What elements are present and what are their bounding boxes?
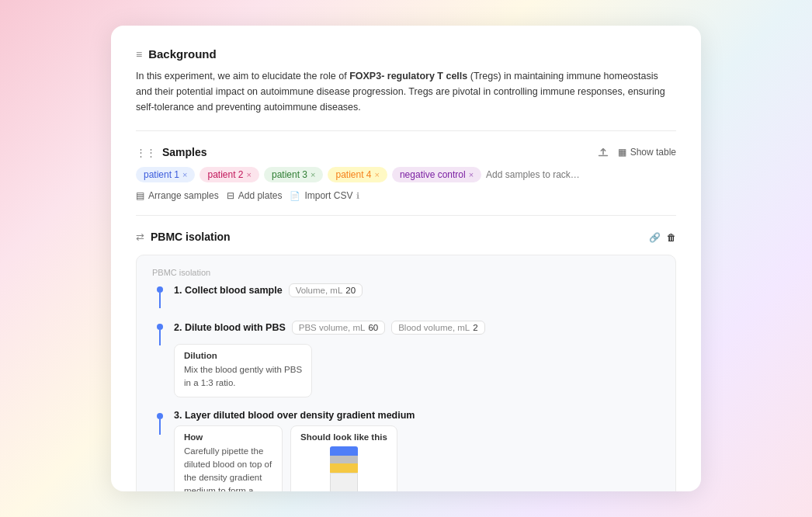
samples-icon (136, 147, 156, 158)
step-2-content: 2. Dilute blood with PBS PBS volume, mL … (174, 321, 660, 397)
step-2-param-blood-value: 2 (473, 323, 477, 332)
tag-negative-control-remove[interactable]: × (469, 170, 474, 179)
background-text-bold: FOXP3- regulatory T cells (349, 71, 467, 82)
step-2-dot (157, 324, 163, 330)
add-plates-button[interactable]: Add plates (227, 190, 283, 201)
step-2-connector (159, 330, 161, 345)
step-3-title: 3. Layer diluted blood over density grad… (174, 410, 660, 421)
background-icon (136, 48, 142, 61)
step-1-line (152, 283, 168, 308)
step-3-dot (157, 413, 163, 419)
background-text-pre: In this experiment, we aim to elucidate … (136, 71, 349, 82)
should-look-title: Should look like this (300, 432, 387, 442)
how-title: How (184, 432, 272, 442)
step-2-param-blood[interactable]: Blood volume, mL 2 (391, 321, 484, 335)
tag-patient1[interactable]: patient 1 × (136, 167, 195, 182)
step-3-connector (159, 419, 161, 435)
how-body: Carefully pipette the diluted blood on t… (184, 445, 272, 492)
main-card: Background In this experiment, we aim to… (111, 26, 701, 491)
step-2-title-text: 2. Dilute blood with PBS (174, 322, 286, 333)
step-2-note-title: Dilution (184, 351, 302, 360)
how-card: How Carefully pipette the diluted blood … (174, 425, 283, 492)
background-body: In this experiment, we aim to elucidate … (136, 68, 676, 115)
step-3: 3. Layer diluted blood over density grad… (152, 410, 660, 492)
samples-left: Samples (136, 146, 207, 158)
step-3-title-text: 3. Layer diluted blood over density grad… (174, 410, 415, 421)
step-3-line (152, 410, 168, 435)
tag-patient3-remove[interactable]: × (311, 170, 315, 179)
step-2-param-pbs-value: 60 (368, 323, 378, 332)
step-2-param-blood-label: Blood volume, mL (398, 323, 470, 332)
tag-patient2-label: patient 2 (207, 169, 243, 180)
step-2: 2. Dilute blood with PBS PBS volume, mL … (152, 321, 660, 410)
tag-patient3-label: patient 3 (272, 169, 307, 180)
step-1-param-volume-label: Volume, mL (296, 286, 343, 295)
show-table-button[interactable]: Show table (618, 147, 676, 158)
tags-row: patient 1 × patient 2 × patient 3 × pati… (136, 167, 676, 182)
tag-patient1-remove[interactable]: × (182, 170, 187, 179)
step-2-line (152, 321, 168, 345)
trash-icon[interactable] (667, 230, 676, 244)
tube-layer-gray (330, 456, 358, 463)
background-section-header: Background (136, 47, 676, 61)
background-title: Background (148, 47, 217, 61)
actions-row: Arrange samples Add plates Import CSV (136, 190, 676, 201)
step-2-note: Dilution Mix the blood gently with PBSin… (174, 344, 312, 397)
tag-patient4-label: patient 4 (335, 169, 371, 180)
link-icon[interactable] (649, 230, 661, 244)
tag-patient2[interactable]: patient 2 × (200, 167, 259, 182)
arrange-samples-label: Arrange samples (148, 190, 219, 201)
pbmc-icon (136, 231, 144, 243)
upload-icon[interactable] (596, 145, 610, 159)
pbmc-title: PBMC isolation (151, 231, 231, 243)
import-csv-button[interactable]: Import CSV (290, 190, 359, 201)
tag-patient3[interactable]: patient 3 × (264, 167, 323, 182)
info-icon (356, 190, 359, 201)
pbmc-section-header: PBMC isolation (136, 230, 676, 244)
tag-patient1-label: patient 1 (144, 169, 179, 180)
step-1-param-volume[interactable]: Volume, mL 20 (289, 283, 363, 297)
step-1-content: 1. Collect blood sample Volume, mL 20 (174, 283, 660, 302)
divider-1 (136, 130, 676, 131)
samples-title: Samples (162, 146, 207, 158)
step-2-title: 2. Dilute blood with PBS PBS volume, mL … (174, 321, 660, 335)
step-1: 1. Collect blood sample Volume, mL 20 (152, 283, 660, 321)
step-1-connector (159, 293, 161, 308)
pbmc-left: PBMC isolation (136, 231, 231, 243)
step-2-param-pbs-label: PBS volume, mL (299, 323, 366, 332)
arrange-samples-button[interactable]: Arrange samples (136, 190, 219, 201)
tube-layer-blue (330, 446, 358, 456)
show-table-label: Show table (630, 147, 676, 158)
add-samples-input[interactable] (486, 169, 602, 180)
step-1-param-volume-value: 20 (345, 286, 356, 295)
tag-patient4[interactable]: patient 4 × (328, 167, 387, 182)
tag-patient2-remove[interactable]: × (247, 170, 252, 179)
import-csv-label: Import CSV (304, 190, 352, 201)
protocol-label: PBMC isolation (152, 268, 660, 277)
tag-negative-control-label: negative control (400, 169, 466, 180)
pbmc-right (649, 230, 676, 244)
samples-right: Show table (596, 145, 676, 159)
step-1-dot (157, 286, 163, 293)
tag-negative-control[interactable]: negative control × (392, 167, 481, 182)
should-look-card: Should look like this ✏️ (290, 425, 397, 492)
divider-2 (136, 215, 676, 216)
plate-icon (227, 190, 234, 201)
step-3-cards: How Carefully pipette the diluted blood … (174, 425, 660, 492)
table-icon (618, 147, 626, 158)
protocol-card: PBMC isolation 1. Collect blood sample V… (136, 255, 676, 491)
tube-container: ✏️ (300, 446, 387, 492)
samples-header: Samples Show table (136, 145, 676, 159)
add-plates-label: Add plates (238, 190, 283, 201)
tube-layer-yellow (330, 463, 358, 473)
step-2-note-body: Mix the blood gently with PBSin a 1:3 ra… (184, 363, 302, 390)
tube-body (330, 473, 358, 492)
csv-icon (290, 190, 300, 201)
arrange-icon (136, 190, 144, 201)
step-3-content: 3. Layer diluted blood over density grad… (174, 410, 660, 492)
step-1-title: 1. Collect blood sample Volume, mL 20 (174, 283, 660, 297)
tag-patient4-remove[interactable]: × (375, 170, 380, 179)
tube-visual: ✏️ (325, 446, 363, 492)
step-2-param-pbs[interactable]: PBS volume, mL 60 (292, 321, 385, 335)
step-1-title-text: 1. Collect blood sample (174, 285, 283, 296)
